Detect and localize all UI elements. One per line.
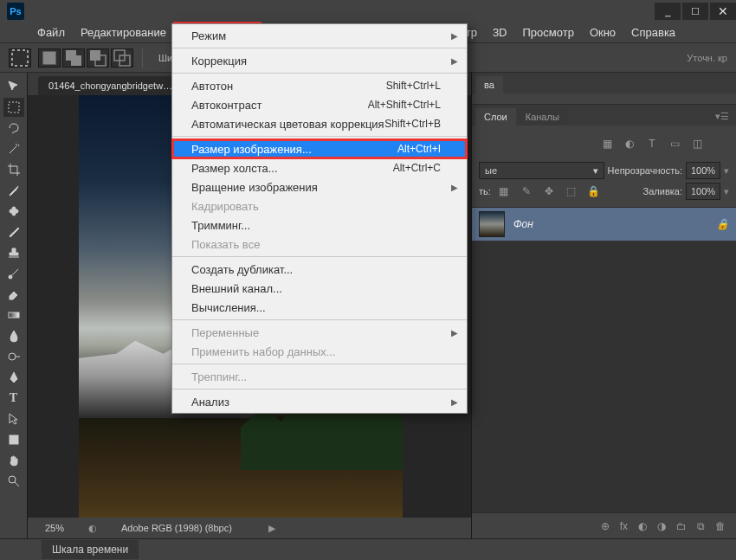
document-tab[interactable]: 01464_chongyangbridgetw… [38, 76, 183, 95]
svg-point-15 [9, 476, 16, 483]
menu-item-15[interactable]: Создать дубликат... [172, 260, 467, 279]
svg-rect-8 [9, 102, 19, 113]
menu-item-label: Анализ [191, 396, 229, 409]
zoom-level[interactable]: 25% [45, 523, 64, 533]
selection-add-icon[interactable] [62, 48, 85, 68]
menu-item-16[interactable]: Внешний канал... [172, 279, 467, 298]
color-profile: Adobe RGB (1998) (8bpc) [121, 523, 232, 533]
layer-fx-icon[interactable]: fx [620, 520, 628, 532]
selected-tool-icon[interactable] [9, 48, 31, 68]
filter-shape-icon[interactable]: ▭ [665, 134, 684, 153]
stamp-tool[interactable] [3, 243, 24, 262]
eyedropper-tool[interactable] [3, 181, 24, 200]
healing-tool[interactable] [3, 202, 24, 221]
delete-layer-icon[interactable]: 🗑 [715, 520, 726, 532]
selection-intersect-icon[interactable] [111, 48, 133, 68]
refine-edge-button[interactable]: Уточн. кр [687, 53, 727, 63]
bottom-bar: Шкала времени [0, 538, 736, 560]
menu-item-10[interactable]: Вращение изображения▶ [172, 177, 467, 196]
lock-nest-icon[interactable]: ⬚ [562, 182, 581, 201]
selection-new-icon[interactable] [38, 48, 61, 68]
menu-item-2[interactable]: Коррекция▶ [172, 51, 467, 70]
lock-paint-icon[interactable]: ✎ [517, 182, 536, 201]
menu-file[interactable]: Файл [29, 23, 73, 43]
menu-item-0[interactable]: Режим▶ [172, 26, 467, 45]
menu-item-20: Применить набор данных... [172, 342, 467, 361]
menu-item-6[interactable]: Автоматическая цветовая коррекцияShift+C… [172, 114, 467, 133]
timeline-tab[interactable]: Шкала времени [42, 540, 139, 559]
menu-help[interactable]: Справка [623, 23, 683, 43]
svg-point-11 [9, 275, 12, 279]
selection-subtract-icon[interactable] [87, 48, 109, 68]
status-arrow-icon[interactable]: ▶ [268, 523, 275, 534]
submenu-arrow-icon: ▶ [451, 328, 458, 338]
adjustment-layer-icon[interactable]: ◑ [657, 520, 666, 532]
gradient-tool[interactable] [3, 306, 24, 325]
layer-row-background[interactable]: Фон 🔒 [472, 208, 736, 241]
dodge-tool[interactable] [3, 347, 24, 366]
titlebar: Ps ⎯ ☐ ✕ [0, 0, 736, 23]
menu-item-5[interactable]: АвтоконтрастAlt+Shift+Ctrl+L [172, 95, 467, 114]
brush-tool[interactable] [3, 222, 24, 241]
link-layers-icon[interactable]: ⊕ [601, 520, 610, 532]
menu-item-9[interactable]: Размер холста...Alt+Ctrl+C [172, 158, 467, 177]
menu-shortcut: Alt+Ctrl+I [397, 143, 441, 155]
submenu-arrow-icon: ▶ [451, 397, 458, 407]
new-layer-icon[interactable]: ⧉ [697, 520, 705, 532]
blur-tool[interactable] [3, 326, 24, 345]
move-tool[interactable] [3, 77, 24, 96]
hand-tool[interactable] [3, 451, 24, 470]
layer-mask-icon[interactable]: ◐ [638, 520, 647, 532]
menu-window[interactable]: Окно [582, 23, 623, 43]
menu-item-8[interactable]: Размер изображения...Alt+Ctrl+I [172, 139, 467, 158]
filter-type-icon[interactable]: T [642, 134, 662, 153]
crop-tool[interactable] [3, 160, 24, 179]
filter-smart-icon[interactable]: ◫ [688, 134, 707, 153]
menu-item-11: Кадрировать [172, 196, 467, 216]
properties-tab[interactable]: ва [475, 76, 503, 93]
svg-rect-10 [12, 207, 16, 216]
eraser-tool[interactable] [3, 285, 24, 304]
shape-tool[interactable] [3, 430, 24, 449]
menu-3d[interactable]: 3D [485, 23, 515, 43]
opacity-input[interactable]: 100% [686, 162, 720, 179]
menu-item-12[interactable]: Тримминг... [172, 216, 467, 235]
lock-pixels-icon[interactable]: ▦ [494, 182, 513, 201]
zoom-tool[interactable] [3, 472, 24, 491]
fill-input[interactable]: 100% [686, 183, 720, 200]
menu-shortcut: Shift+Ctrl+L [386, 80, 441, 92]
channels-tab[interactable]: Каналы [517, 108, 568, 126]
maximize-button[interactable]: ☐ [682, 3, 708, 20]
menu-edit[interactable]: Редактирование [73, 23, 174, 43]
layers-tab[interactable]: Слои [475, 108, 516, 126]
menu-separator [172, 319, 467, 320]
marquee-tool[interactable] [3, 98, 24, 117]
menu-item-label: Автоконтраст [191, 99, 261, 112]
magic-wand-tool[interactable] [3, 139, 24, 158]
fill-label: Заливка: [643, 186, 682, 196]
layer-lock-icon[interactable]: 🔒 [716, 218, 729, 230]
menu-item-4[interactable]: АвтотонShift+Ctrl+L [172, 76, 467, 95]
layer-group-icon[interactable]: 🗀 [676, 520, 687, 532]
menu-view[interactable]: Просмотр [515, 23, 582, 43]
pen-tool[interactable] [3, 368, 24, 387]
path-selection-tool[interactable] [3, 409, 24, 428]
filter-adjust-icon[interactable]: ◐ [620, 134, 639, 153]
menu-item-label: Кадрировать [191, 200, 259, 213]
blend-mode-select[interactable]: ые▾ [479, 162, 604, 179]
menu-item-22: Треппинг... [172, 367, 467, 386]
lock-position-icon[interactable]: ✥ [539, 182, 558, 201]
opacity-label: Непрозрачность: [608, 165, 682, 176]
minimize-button[interactable]: ⎯ [655, 3, 681, 20]
close-button[interactable]: ✕ [710, 3, 736, 20]
menu-item-17[interactable]: Вычисления... [172, 298, 467, 317]
menu-separator [172, 48, 467, 48]
panel-menu-icon[interactable]: ▾☰ [708, 107, 736, 126]
lasso-tool[interactable] [3, 119, 24, 138]
history-brush-tool[interactable] [3, 264, 24, 283]
lock-all-icon[interactable]: 🔒 [584, 182, 604, 201]
doc-info-icon[interactable]: ◐ [88, 523, 97, 534]
menu-item-24[interactable]: Анализ▶ [172, 392, 467, 411]
filter-pixel-icon[interactable]: ▦ [597, 134, 617, 153]
type-tool[interactable]: T [3, 389, 24, 408]
